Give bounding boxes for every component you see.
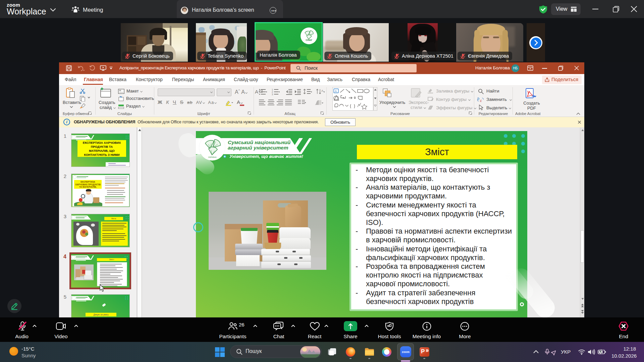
svg-text:УКРАЇНА: УКРАЇНА — [208, 156, 217, 158]
svg-text:b: b — [477, 97, 479, 101]
svg-text:СНАУ: СНАУ — [306, 39, 312, 41]
svg-text:A: A — [321, 89, 323, 93]
svg-text:3: 3 — [272, 93, 273, 95]
svg-text:c: c — [480, 99, 482, 103]
svg-text:1: 1 — [272, 88, 273, 91]
svg-text:A: A — [335, 89, 337, 93]
svg-text:2: 2 — [272, 91, 273, 93]
